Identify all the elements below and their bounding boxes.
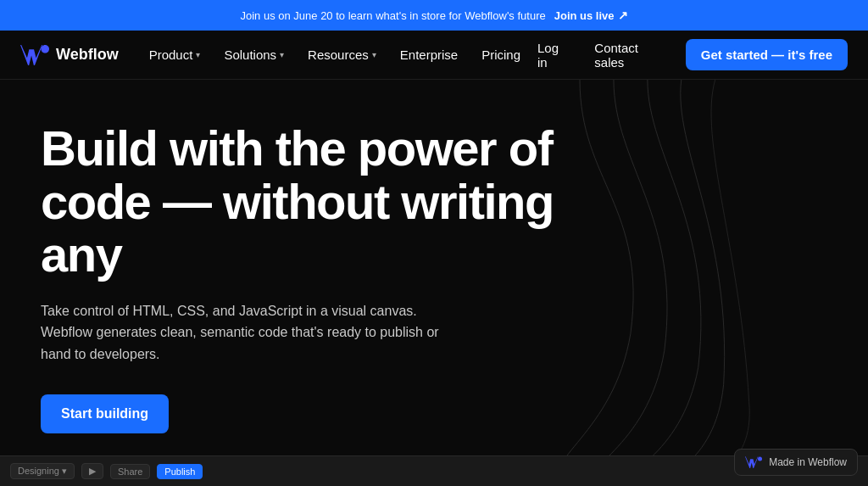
made-in-webflow-badge[interactable]: Made in Webflow (734, 449, 858, 476)
external-link-icon: ↗ (618, 8, 628, 22)
toolbar-play[interactable]: ▶ (81, 463, 103, 479)
announcement-text: Join us on June 20 to learn what's in st… (240, 9, 545, 22)
nav-item-enterprise[interactable]: Enterprise (390, 42, 468, 67)
svg-point-0 (758, 456, 762, 461)
nav-item-product[interactable]: Product ▾ (139, 42, 211, 67)
hero-section: Build with the power of code — without w… (0, 80, 868, 486)
nav-item-solutions[interactable]: Solutions ▾ (214, 42, 294, 67)
announcement-bar: Join us on June 20 to learn what's in st… (0, 0, 868, 31)
log-in-link[interactable]: Log in (531, 36, 577, 75)
start-building-button[interactable]: Start building (41, 394, 169, 433)
toolbar-designing[interactable]: Designing ▾ (10, 463, 75, 479)
navbar: Webflow Product ▾ Solutions ▾ Resources … (0, 31, 868, 80)
made-in-webflow-label: Made in Webflow (769, 456, 847, 468)
chevron-down-icon: ▾ (280, 50, 284, 59)
chevron-down-icon: ▾ (372, 50, 376, 59)
toolbar-publish[interactable]: Publish (157, 464, 203, 479)
nav-right: Log in Contact sales Get started — it's … (531, 36, 848, 75)
hero-subtitle: Take control of HTML, CSS, and JavaScrip… (41, 300, 456, 366)
logo-text: Webflow (56, 46, 119, 64)
logo[interactable]: Webflow (20, 45, 119, 65)
join-live-label: Join us live (554, 9, 615, 22)
get-started-button[interactable]: Get started — it's free (686, 39, 848, 70)
hero-title: Build with the power of code — without w… (41, 122, 566, 282)
chevron-down-icon: ▾ (196, 50, 200, 59)
toolbar-share[interactable]: Share (110, 464, 150, 479)
hero-content: Build with the power of code — without w… (41, 122, 566, 433)
join-live-link[interactable]: Join us live ↗ (554, 8, 628, 22)
nav-item-resources[interactable]: Resources ▾ (298, 42, 387, 67)
webflow-logo-icon (20, 45, 49, 65)
nav-item-pricing[interactable]: Pricing (471, 42, 531, 67)
nav-links: Product ▾ Solutions ▾ Resources ▾ Enterp… (139, 42, 531, 67)
contact-sales-link[interactable]: Contact sales (587, 36, 675, 75)
webflow-small-icon (745, 456, 762, 468)
